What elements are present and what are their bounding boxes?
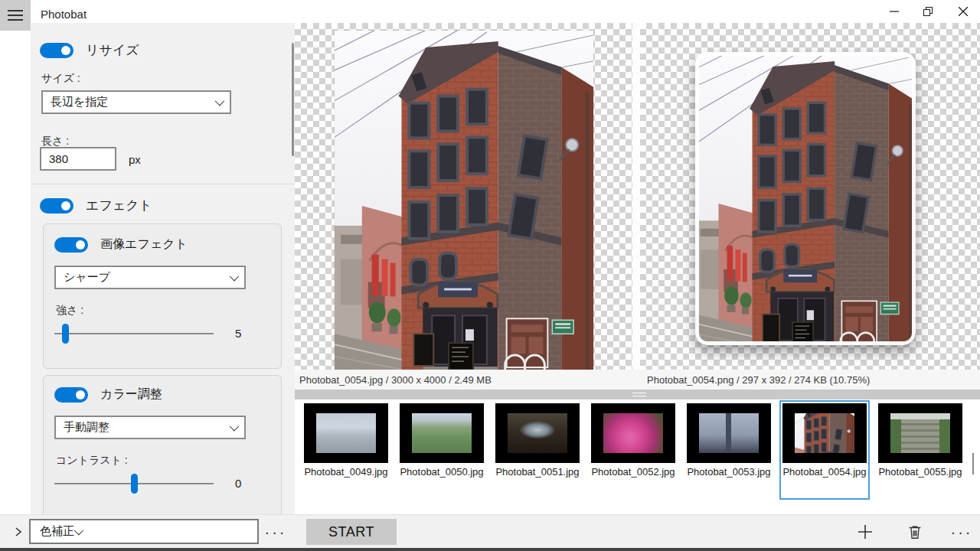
effect-type-value: シャープ	[64, 270, 230, 285]
title-bar: Photobat	[0, 0, 980, 23]
length-value: 380	[49, 152, 68, 165]
filmstrip: Photobat_0049.jpg Photobat_0050.jpg Phot…	[295, 399, 980, 514]
plus-icon	[856, 523, 874, 541]
chevron-down-icon	[215, 96, 225, 106]
thumbnail-label: Photobat_0051.jpg	[495, 466, 580, 478]
thumbnail-image	[508, 413, 567, 453]
resize-toggle[interactable]	[40, 43, 74, 58]
contrast-slider-track[interactable]	[54, 483, 214, 484]
effects-toggle-row: エフェクト	[40, 197, 152, 214]
section-divider	[31, 184, 295, 184]
contrast-slider[interactable]: 0	[54, 477, 241, 490]
image-effect-label: 画像エフェクト	[100, 236, 188, 253]
thumbnail-label: Photobat_0055.jpg	[878, 466, 962, 478]
thumbnail-item[interactable]: Photobat_0055.jpg	[877, 402, 964, 498]
color-mode-dropdown[interactable]: 手動調整	[54, 416, 246, 439]
thumbnail-image	[316, 413, 376, 453]
resize-label: リサイズ	[86, 41, 139, 59]
color-adjust-card: カラー調整 手動調整 コントラスト : 0 明るさ（明度） :	[43, 375, 282, 514]
original-caption: Photobat_0054.jpg / 3000 x 4000 / 2.49 M…	[295, 370, 640, 390]
thumbnail-image	[890, 413, 950, 453]
thumbnail-image	[795, 413, 854, 453]
add-files-button[interactable]	[851, 520, 879, 544]
window-bottom-edge	[0, 548, 980, 551]
preset-value: 色補正	[40, 524, 74, 539]
contrast-label: コントラスト :	[56, 454, 128, 468]
effects-label: エフェクト	[86, 197, 152, 214]
strength-slider-thumb[interactable]	[62, 324, 69, 344]
filmstrip-scrollbar[interactable]	[972, 453, 974, 474]
chevron-down-icon	[74, 526, 84, 536]
preview-pane-divider	[632, 23, 640, 370]
more-options-button[interactable]: ···	[948, 515, 975, 549]
expand-panel-button[interactable]	[11, 524, 26, 540]
processed-preview-pane	[640, 23, 980, 370]
resize-toggle-row: リサイズ	[40, 41, 139, 59]
effect-type-dropdown[interactable]: シャープ	[54, 266, 246, 289]
delete-button[interactable]	[901, 520, 929, 544]
hamburger-menu-button[interactable]	[0, 0, 31, 31]
thumbnail-item[interactable]: Photobat_0054.jpg	[781, 402, 868, 498]
processed-photo	[695, 52, 916, 345]
bottom-bar: 色補正 ··· START ···	[0, 514, 980, 548]
minimize-button[interactable]	[877, 0, 911, 23]
image-effect-toggle[interactable]	[54, 237, 88, 253]
thumbnail-image	[412, 413, 472, 453]
start-button[interactable]: START	[306, 519, 397, 545]
contrast-slider-thumb[interactable]	[131, 474, 138, 494]
preset-dropdown[interactable]: 色補正	[29, 519, 259, 544]
thumbnail-label: Photobat_0049.jpg	[304, 466, 388, 478]
length-unit: px	[129, 153, 141, 166]
strength-slider[interactable]: 5	[54, 327, 241, 340]
color-adjust-label: カラー調整	[100, 386, 162, 403]
strength-label: 強さ :	[56, 304, 83, 318]
left-rail	[0, 23, 31, 548]
app-title: Photobat	[41, 8, 87, 21]
contrast-value: 0	[235, 477, 241, 490]
thumbnail-label: Photobat_0053.jpg	[687, 466, 771, 478]
thumbnail-item[interactable]: Photobat_0052.jpg	[590, 402, 677, 498]
size-mode-dropdown[interactable]: 長辺を指定	[41, 90, 231, 114]
thumbnail-image	[603, 413, 663, 453]
original-photo	[335, 31, 593, 370]
size-mode-value: 長辺を指定	[51, 95, 215, 109]
hamburger-icon	[8, 10, 23, 11]
chevron-right-icon	[14, 527, 23, 537]
minimize-icon	[890, 7, 899, 16]
color-mode-value: 手動調整	[64, 420, 230, 435]
length-input[interactable]: 380	[40, 147, 116, 171]
processed-caption: Photobat_0054.png / 297 x 392 / 274 KB (…	[640, 370, 980, 390]
close-button[interactable]	[946, 0, 980, 23]
trash-icon	[906, 523, 923, 540]
settings-scrollbar[interactable]	[292, 43, 294, 156]
splitter-grip-icon	[632, 393, 646, 396]
thumbnail-label: Photobat_0052.jpg	[591, 466, 675, 478]
thumbnail-item[interactable]: Photobat_0050.jpg	[398, 402, 485, 498]
thumbnail-label: Photobat_0054.jpg	[782, 466, 867, 478]
restore-button[interactable]	[911, 0, 946, 23]
effects-toggle[interactable]	[40, 198, 74, 214]
preset-more-button[interactable]: ···	[262, 515, 289, 549]
preview-area	[295, 23, 980, 370]
restore-icon	[923, 7, 933, 17]
filmstrip-items: Photobat_0049.jpg Photobat_0050.jpg Phot…	[302, 402, 964, 498]
thumbnail-item[interactable]: Photobat_0051.jpg	[494, 402, 581, 498]
close-icon	[959, 7, 968, 16]
thumbnail-item[interactable]: Photobat_0049.jpg	[302, 402, 390, 498]
image-effect-card: 画像エフェクト シャープ 強さ : 5	[43, 223, 282, 369]
strength-slider-track[interactable]	[54, 333, 214, 334]
color-adjust-toggle[interactable]	[54, 387, 88, 403]
color-adjust-toggle-row: カラー調整	[54, 386, 162, 403]
thumbnail-image	[699, 413, 759, 453]
thumbnail-label: Photobat_0050.jpg	[400, 466, 484, 478]
window-controls	[877, 0, 980, 23]
processed-photo-image	[695, 52, 916, 345]
settings-panel: リサイズ サイズ : 長辺を指定 長さ : 380 px エフェクト 画像エフェ…	[31, 23, 295, 514]
strength-value: 5	[235, 327, 241, 340]
horizontal-splitter[interactable]	[295, 390, 980, 399]
original-preview-pane	[295, 23, 632, 370]
chevron-down-icon	[230, 422, 240, 432]
chevron-down-icon	[230, 272, 240, 282]
thumbnail-item[interactable]: Photobat_0053.jpg	[685, 402, 773, 498]
image-effect-toggle-row: 画像エフェクト	[54, 236, 188, 253]
